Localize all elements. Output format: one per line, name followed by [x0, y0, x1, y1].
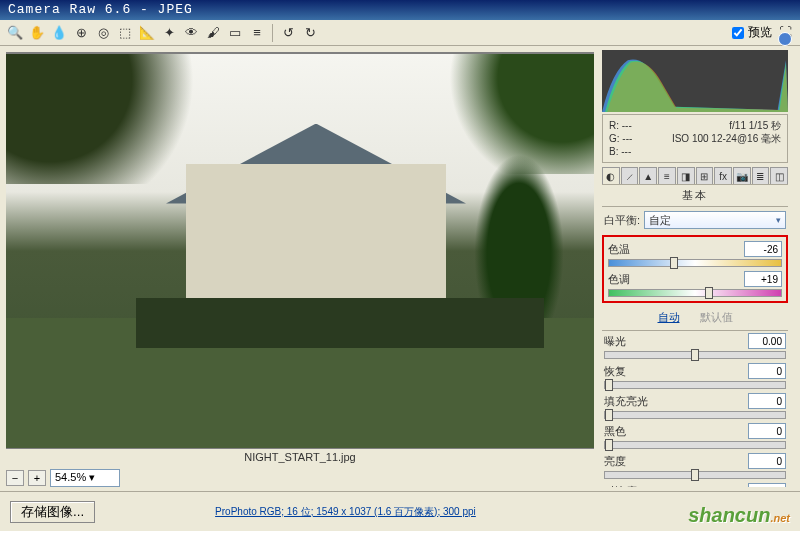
slider-label: 填充亮光 [604, 394, 648, 409]
tab-split[interactable]: ◨ [677, 167, 695, 184]
zoom-out-button[interactable]: − [6, 470, 24, 486]
tab-curve[interactable]: ⟋ [621, 167, 639, 184]
tab-detail[interactable]: ▲ [639, 167, 657, 184]
tint-slider[interactable] [608, 289, 782, 297]
slider-track[interactable] [604, 381, 786, 389]
file-name-label: NIGHT_START_11.jpg [6, 449, 594, 465]
hand-icon[interactable]: ✋ [28, 24, 46, 42]
profile-link[interactable]: ProPhoto RGB; 16 位; 1549 x 1037 (1.6 百万像… [215, 505, 476, 519]
default-link[interactable]: 默认值 [700, 310, 733, 325]
slider-input[interactable] [748, 453, 786, 469]
slider-label: 恢复 [604, 364, 626, 379]
highlight-temperature-tint: 色温 色调 [602, 235, 788, 303]
metadata-box: R: ---G: ---B: --- f/11 1/15 秒ISO 100 12… [602, 114, 788, 163]
temp-input[interactable] [744, 241, 782, 257]
slider-input[interactable] [748, 363, 786, 379]
graduated-filter-icon[interactable]: ▭ [226, 24, 244, 42]
adjustment-brush-icon[interactable]: 🖌 [204, 24, 222, 42]
panel-title: 基本 [602, 185, 788, 207]
zoom-icon[interactable]: 🔍 [6, 24, 24, 42]
slider-track[interactable] [604, 441, 786, 449]
slider-label: 对比度 [604, 484, 637, 488]
tab-calib[interactable]: 📷 [733, 167, 751, 184]
slider-track[interactable] [604, 411, 786, 419]
slider-label: 亮度 [604, 454, 626, 469]
tint-input[interactable] [744, 271, 782, 287]
rotate-ccw-icon[interactable]: ↺ [279, 24, 297, 42]
slider-input[interactable] [748, 393, 786, 409]
slider-input[interactable] [748, 483, 786, 487]
straighten-icon[interactable]: 📐 [138, 24, 156, 42]
slider-input[interactable] [748, 423, 786, 439]
redeye-icon[interactable]: 👁 [182, 24, 200, 42]
image-canvas[interactable] [6, 52, 594, 449]
crop-icon[interactable]: ⬚ [116, 24, 134, 42]
separator [272, 24, 273, 42]
slider-track[interactable] [604, 471, 786, 479]
panel-tabs: ◐ ⟋ ▲ ≡ ◨ ⊞ fx 📷 ≣ ◫ [602, 167, 788, 185]
wb-select[interactable]: 自定▾ [644, 211, 786, 229]
slider-track[interactable] [604, 351, 786, 359]
tab-snapshots[interactable]: ◫ [770, 167, 788, 184]
tab-presets[interactable]: ≣ [752, 167, 770, 184]
histogram [602, 50, 788, 112]
tab-hsl[interactable]: ≡ [658, 167, 676, 184]
prefs-icon[interactable]: ≡ [248, 24, 266, 42]
toggle-button[interactable] [778, 32, 792, 46]
bottom-bar: 存储图像... ProPhoto RGB; 16 位; 1549 x 1037 … [0, 491, 800, 531]
wb-eyedropper-icon[interactable]: 💧 [50, 24, 68, 42]
title-bar: Camera Raw 6.6 - JPEG [0, 0, 800, 20]
slider-input[interactable] [748, 333, 786, 349]
slider-label: 黑色 [604, 424, 626, 439]
tab-lens[interactable]: ⊞ [696, 167, 714, 184]
save-image-button[interactable]: 存储图像... [10, 501, 95, 523]
auto-link[interactable]: 自动 [658, 310, 680, 325]
zoom-select[interactable]: 54.5% ▾ [50, 469, 120, 487]
target-adjust-icon[interactable]: ◎ [94, 24, 112, 42]
slider-label: 曝光 [604, 334, 626, 349]
tab-basic[interactable]: ◐ [602, 167, 620, 184]
chevron-down-icon: ▾ [776, 215, 781, 225]
temp-label: 色温 [608, 242, 630, 257]
watermark: shancun.net [688, 504, 790, 527]
spot-removal-icon[interactable]: ✦ [160, 24, 178, 42]
preview-label: 预览 [748, 24, 772, 41]
preview-checkbox[interactable] [732, 27, 744, 39]
toolbar: 🔍 ✋ 💧 ⊕ ◎ ⬚ 📐 ✦ 👁 🖌 ▭ ≡ ↺ ↻ 预览 ⛶ [0, 20, 800, 46]
color-sampler-icon[interactable]: ⊕ [72, 24, 90, 42]
zoom-in-button[interactable]: + [28, 470, 46, 486]
tab-fx[interactable]: fx [714, 167, 732, 184]
tint-label: 色调 [608, 272, 630, 287]
rotate-cw-icon[interactable]: ↻ [301, 24, 319, 42]
wb-label: 白平衡: [604, 213, 640, 228]
temp-slider[interactable] [608, 259, 782, 267]
